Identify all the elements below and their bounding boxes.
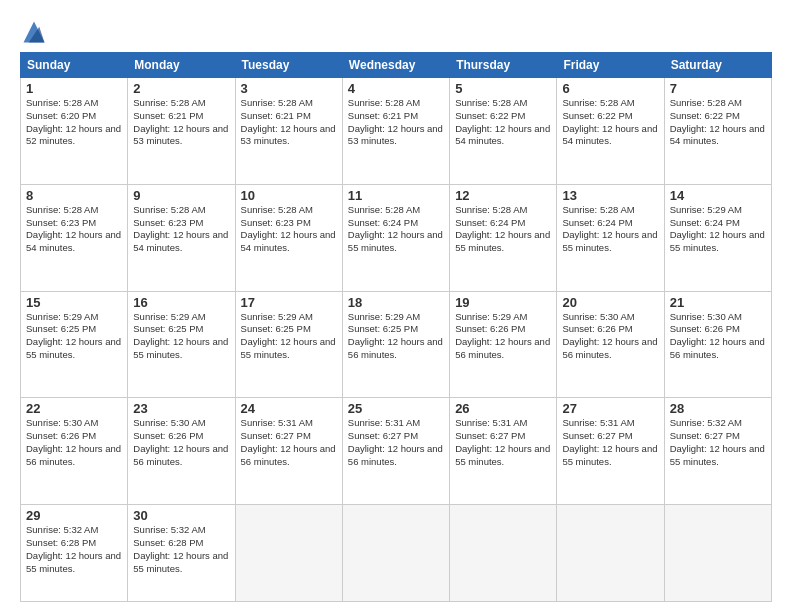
calendar-cell [235, 505, 342, 602]
day-number: 18 [348, 295, 444, 310]
day-number: 23 [133, 401, 229, 416]
calendar-cell: 6Sunrise: 5:28 AMSunset: 6:22 PMDaylight… [557, 78, 664, 185]
day-info: Sunrise: 5:29 AMSunset: 6:25 PMDaylight:… [348, 311, 444, 362]
calendar-cell: 10Sunrise: 5:28 AMSunset: 6:23 PMDayligh… [235, 184, 342, 291]
day-info: Sunrise: 5:32 AMSunset: 6:27 PMDaylight:… [670, 417, 766, 468]
calendar-cell: 2Sunrise: 5:28 AMSunset: 6:21 PMDaylight… [128, 78, 235, 185]
day-info: Sunrise: 5:32 AMSunset: 6:28 PMDaylight:… [26, 524, 122, 575]
day-info: Sunrise: 5:29 AMSunset: 6:25 PMDaylight:… [133, 311, 229, 362]
calendar-cell: 4Sunrise: 5:28 AMSunset: 6:21 PMDaylight… [342, 78, 449, 185]
week-row-3: 15Sunrise: 5:29 AMSunset: 6:25 PMDayligh… [21, 291, 772, 398]
header-monday: Monday [128, 53, 235, 78]
day-number: 30 [133, 508, 229, 523]
day-info: Sunrise: 5:28 AMSunset: 6:22 PMDaylight:… [670, 97, 766, 148]
day-number: 6 [562, 81, 658, 96]
calendar-cell [557, 505, 664, 602]
day-number: 13 [562, 188, 658, 203]
top-section [20, 18, 772, 46]
calendar-cell: 25Sunrise: 5:31 AMSunset: 6:27 PMDayligh… [342, 398, 449, 505]
page: SundayMondayTuesdayWednesdayThursdayFrid… [0, 0, 792, 612]
day-number: 14 [670, 188, 766, 203]
week-row-5: 29Sunrise: 5:32 AMSunset: 6:28 PMDayligh… [21, 505, 772, 602]
calendar-table: SundayMondayTuesdayWednesdayThursdayFrid… [20, 52, 772, 602]
header-wednesday: Wednesday [342, 53, 449, 78]
calendar-cell: 5Sunrise: 5:28 AMSunset: 6:22 PMDaylight… [450, 78, 557, 185]
day-number: 10 [241, 188, 337, 203]
day-info: Sunrise: 5:28 AMSunset: 6:21 PMDaylight:… [241, 97, 337, 148]
calendar-cell: 22Sunrise: 5:30 AMSunset: 6:26 PMDayligh… [21, 398, 128, 505]
calendar-cell: 9Sunrise: 5:28 AMSunset: 6:23 PMDaylight… [128, 184, 235, 291]
day-number: 3 [241, 81, 337, 96]
day-info: Sunrise: 5:30 AMSunset: 6:26 PMDaylight:… [26, 417, 122, 468]
calendar-cell: 1Sunrise: 5:28 AMSunset: 6:20 PMDaylight… [21, 78, 128, 185]
calendar-cell [450, 505, 557, 602]
calendar-cell: 12Sunrise: 5:28 AMSunset: 6:24 PMDayligh… [450, 184, 557, 291]
day-info: Sunrise: 5:30 AMSunset: 6:26 PMDaylight:… [670, 311, 766, 362]
day-info: Sunrise: 5:32 AMSunset: 6:28 PMDaylight:… [133, 524, 229, 575]
day-number: 8 [26, 188, 122, 203]
calendar-cell: 26Sunrise: 5:31 AMSunset: 6:27 PMDayligh… [450, 398, 557, 505]
calendar-cell: 15Sunrise: 5:29 AMSunset: 6:25 PMDayligh… [21, 291, 128, 398]
header-tuesday: Tuesday [235, 53, 342, 78]
logo-icon [20, 18, 48, 46]
day-number: 16 [133, 295, 229, 310]
day-info: Sunrise: 5:28 AMSunset: 6:21 PMDaylight:… [133, 97, 229, 148]
day-number: 25 [348, 401, 444, 416]
day-number: 15 [26, 295, 122, 310]
calendar-cell: 30Sunrise: 5:32 AMSunset: 6:28 PMDayligh… [128, 505, 235, 602]
calendar-cell: 24Sunrise: 5:31 AMSunset: 6:27 PMDayligh… [235, 398, 342, 505]
calendar-cell: 11Sunrise: 5:28 AMSunset: 6:24 PMDayligh… [342, 184, 449, 291]
calendar-cell: 3Sunrise: 5:28 AMSunset: 6:21 PMDaylight… [235, 78, 342, 185]
day-number: 4 [348, 81, 444, 96]
day-number: 28 [670, 401, 766, 416]
week-row-4: 22Sunrise: 5:30 AMSunset: 6:26 PMDayligh… [21, 398, 772, 505]
day-number: 1 [26, 81, 122, 96]
calendar-cell: 13Sunrise: 5:28 AMSunset: 6:24 PMDayligh… [557, 184, 664, 291]
calendar-cell: 21Sunrise: 5:30 AMSunset: 6:26 PMDayligh… [664, 291, 771, 398]
calendar-cell: 23Sunrise: 5:30 AMSunset: 6:26 PMDayligh… [128, 398, 235, 505]
calendar-header-row: SundayMondayTuesdayWednesdayThursdayFrid… [21, 53, 772, 78]
week-row-1: 1Sunrise: 5:28 AMSunset: 6:20 PMDaylight… [21, 78, 772, 185]
day-number: 21 [670, 295, 766, 310]
day-number: 7 [670, 81, 766, 96]
day-info: Sunrise: 5:28 AMSunset: 6:24 PMDaylight:… [455, 204, 551, 255]
day-info: Sunrise: 5:28 AMSunset: 6:23 PMDaylight:… [133, 204, 229, 255]
week-row-2: 8Sunrise: 5:28 AMSunset: 6:23 PMDaylight… [21, 184, 772, 291]
day-info: Sunrise: 5:28 AMSunset: 6:23 PMDaylight:… [241, 204, 337, 255]
day-info: Sunrise: 5:30 AMSunset: 6:26 PMDaylight:… [562, 311, 658, 362]
day-info: Sunrise: 5:29 AMSunset: 6:24 PMDaylight:… [670, 204, 766, 255]
day-number: 29 [26, 508, 122, 523]
day-info: Sunrise: 5:28 AMSunset: 6:23 PMDaylight:… [26, 204, 122, 255]
header-sunday: Sunday [21, 53, 128, 78]
calendar-cell [664, 505, 771, 602]
day-number: 17 [241, 295, 337, 310]
day-number: 5 [455, 81, 551, 96]
day-info: Sunrise: 5:28 AMSunset: 6:22 PMDaylight:… [455, 97, 551, 148]
day-info: Sunrise: 5:28 AMSunset: 6:21 PMDaylight:… [348, 97, 444, 148]
calendar-cell: 14Sunrise: 5:29 AMSunset: 6:24 PMDayligh… [664, 184, 771, 291]
day-info: Sunrise: 5:31 AMSunset: 6:27 PMDaylight:… [241, 417, 337, 468]
calendar-cell: 28Sunrise: 5:32 AMSunset: 6:27 PMDayligh… [664, 398, 771, 505]
day-number: 19 [455, 295, 551, 310]
header-saturday: Saturday [664, 53, 771, 78]
day-info: Sunrise: 5:28 AMSunset: 6:22 PMDaylight:… [562, 97, 658, 148]
day-info: Sunrise: 5:28 AMSunset: 6:24 PMDaylight:… [562, 204, 658, 255]
day-number: 11 [348, 188, 444, 203]
header-thursday: Thursday [450, 53, 557, 78]
calendar-cell [342, 505, 449, 602]
calendar-cell: 8Sunrise: 5:28 AMSunset: 6:23 PMDaylight… [21, 184, 128, 291]
logo [20, 18, 52, 46]
calendar-cell: 19Sunrise: 5:29 AMSunset: 6:26 PMDayligh… [450, 291, 557, 398]
day-info: Sunrise: 5:29 AMSunset: 6:25 PMDaylight:… [26, 311, 122, 362]
day-info: Sunrise: 5:31 AMSunset: 6:27 PMDaylight:… [455, 417, 551, 468]
calendar-cell: 18Sunrise: 5:29 AMSunset: 6:25 PMDayligh… [342, 291, 449, 398]
header-friday: Friday [557, 53, 664, 78]
calendar-cell: 29Sunrise: 5:32 AMSunset: 6:28 PMDayligh… [21, 505, 128, 602]
day-number: 24 [241, 401, 337, 416]
day-number: 26 [455, 401, 551, 416]
day-info: Sunrise: 5:28 AMSunset: 6:24 PMDaylight:… [348, 204, 444, 255]
day-info: Sunrise: 5:31 AMSunset: 6:27 PMDaylight:… [562, 417, 658, 468]
day-number: 2 [133, 81, 229, 96]
day-number: 12 [455, 188, 551, 203]
calendar-cell: 27Sunrise: 5:31 AMSunset: 6:27 PMDayligh… [557, 398, 664, 505]
